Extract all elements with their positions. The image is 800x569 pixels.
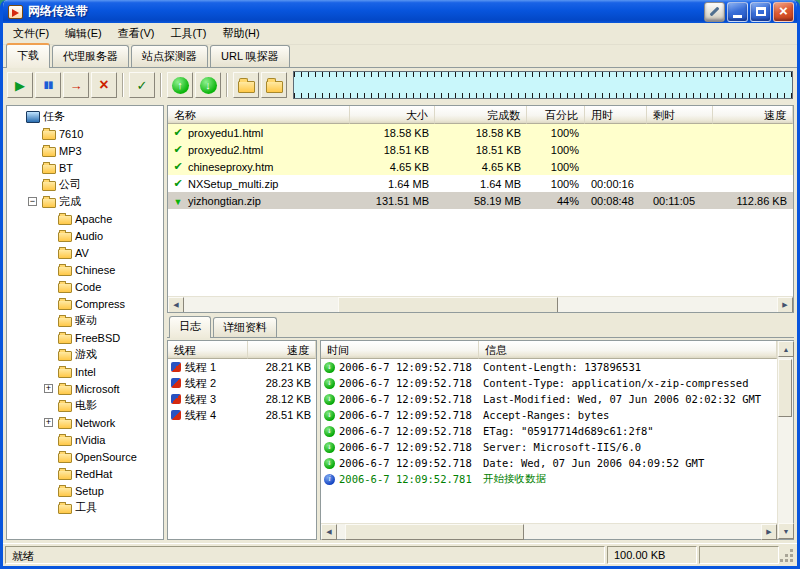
log-row[interactable]: 2006-6-7 12:09:52.718 Last-Modified: Wed…	[321, 391, 777, 407]
scroll-left-button[interactable]: ◀	[321, 524, 337, 540]
thread-row[interactable]: 线程 1 28.21 KB	[168, 359, 316, 375]
move-down-button[interactable]: ↓	[195, 72, 221, 98]
task-row-selected[interactable]: yizhongtian.zip 131.51 MB 58.19 MB 44% 0…	[168, 192, 793, 209]
tree-item[interactable]: Intel	[7, 363, 163, 380]
task-row[interactable]: proxyedu2.html 18.51 KB 18.51 KB 100%	[168, 141, 793, 158]
tree-item[interactable]: Chinese	[7, 261, 163, 278]
move-up-button[interactable]: ↑	[167, 72, 193, 98]
scroll-right-button[interactable]: ▶	[777, 297, 793, 313]
task-row[interactable]: NXSetup_multi.zip 1.64 MB 1.64 MB 100% 0…	[168, 175, 793, 192]
column-header-elapsed[interactable]: 用时	[585, 106, 647, 124]
expand-icon[interactable]	[44, 418, 53, 427]
verify-button[interactable]: ✓	[129, 72, 155, 98]
pause-button[interactable]: ▮▮	[35, 72, 61, 98]
tree-item[interactable]: MP3	[7, 142, 163, 159]
log-row[interactable]: 2006-6-7 12:09:52.781 开始接收数据	[321, 471, 777, 487]
tree-item[interactable]: 电影	[7, 397, 163, 414]
scroll-down-button[interactable]: ▼	[778, 523, 794, 539]
task-list-horizontal-scrollbar[interactable]: ◀ ▶	[168, 296, 793, 312]
tree-item[interactable]: 工具	[7, 499, 163, 516]
menu-help[interactable]: 帮助(H)	[214, 23, 267, 44]
tree-item-label: AV	[75, 247, 89, 259]
tab-details[interactable]: 详细资料	[213, 317, 277, 337]
scroll-track[interactable]	[778, 357, 793, 523]
tree-item[interactable]: Code	[7, 278, 163, 295]
collapse-icon[interactable]	[28, 197, 37, 206]
tree-item[interactable]: 7610	[7, 125, 163, 142]
column-header-name[interactable]: 名称	[168, 106, 350, 124]
column-header-thread[interactable]: 线程	[168, 341, 248, 359]
log-row[interactable]: 2006-6-7 12:09:52.718 Content-Length: 13…	[321, 359, 777, 375]
menu-tools[interactable]: 工具(T)	[162, 23, 214, 44]
titlebar-tool-icon[interactable]	[704, 2, 725, 22]
tree-item[interactable]: BT	[7, 159, 163, 176]
log-horizontal-scrollbar[interactable]: ◀ ▶	[321, 523, 777, 539]
tree-item-completed[interactable]: 完成	[7, 193, 163, 210]
scroll-up-button[interactable]: ▲	[778, 341, 794, 357]
tree-item[interactable]: nVidia	[7, 431, 163, 448]
menu-file[interactable]: 文件(F)	[5, 23, 57, 44]
tree-item[interactable]: FreeBSD	[7, 329, 163, 346]
log-row[interactable]: 2006-6-7 12:09:52.718 Date: Wed, 07 Jun …	[321, 455, 777, 471]
column-header-speed[interactable]: 速度	[713, 106, 793, 124]
thread-row[interactable]: 线程 3 28.12 KB	[168, 391, 316, 407]
scroll-track[interactable]	[184, 297, 777, 312]
new-task-button[interactable]: ▶	[7, 72, 33, 98]
tree-item[interactable]: 游戏	[7, 346, 163, 363]
tree-item[interactable]: RedHat	[7, 465, 163, 482]
scroll-thumb[interactable]	[778, 359, 792, 417]
title-bar[interactable]: 网络传送带	[3, 0, 797, 23]
column-header-percent[interactable]: 百分比	[527, 106, 585, 124]
maximize-button[interactable]	[750, 2, 771, 22]
tree-item[interactable]: Apache	[7, 210, 163, 227]
redownload-button[interactable]: →	[63, 72, 89, 98]
close-button[interactable]	[773, 2, 794, 22]
column-header-completed[interactable]: 完成数	[435, 106, 527, 124]
log-row[interactable]: 2006-6-7 12:09:52.718 Content-Type: appl…	[321, 375, 777, 391]
browse-folder-button[interactable]	[261, 72, 287, 98]
tab-site-explorer[interactable]: 站点探测器	[131, 45, 208, 67]
tab-log[interactable]: 日志	[169, 316, 211, 338]
open-folder-button[interactable]	[233, 72, 259, 98]
status-extra	[699, 546, 779, 564]
column-header-size[interactable]: 大小	[350, 106, 435, 124]
scroll-thumb[interactable]	[345, 524, 523, 540]
menu-view[interactable]: 查看(V)	[110, 23, 163, 44]
scroll-track[interactable]	[337, 524, 761, 539]
minimize-button[interactable]	[727, 2, 748, 22]
log-row[interactable]: 2006-6-7 12:09:52.718 Server: Microsoft-…	[321, 439, 777, 455]
tree-item[interactable]: Setup	[7, 482, 163, 499]
scroll-left-button[interactable]: ◀	[168, 297, 184, 313]
log-vertical-scrollbar[interactable]: ▲ ▼	[777, 341, 793, 539]
log-message: ETag: "05917714d689c61:2f8"	[479, 425, 777, 437]
scroll-right-button[interactable]: ▶	[761, 524, 777, 540]
tree-item[interactable]: Microsoft	[7, 380, 163, 397]
tree-item[interactable]: 驱动	[7, 312, 163, 329]
tree-item[interactable]: Compress	[7, 295, 163, 312]
tree-item[interactable]: AV	[7, 244, 163, 261]
resize-grip[interactable]	[781, 546, 795, 564]
folder-icon	[58, 385, 72, 395]
thread-row[interactable]: 线程 2 28.23 KB	[168, 375, 316, 391]
task-row[interactable]: proxyedu1.html 18.58 KB 18.58 KB 100%	[168, 124, 793, 141]
tab-download[interactable]: 下载	[6, 43, 50, 68]
tree-item[interactable]: Audio	[7, 227, 163, 244]
tab-url-sniffer[interactable]: URL 嗅探器	[210, 45, 290, 67]
tree-item[interactable]: OpenSource	[7, 448, 163, 465]
tab-proxy-server[interactable]: 代理服务器	[52, 45, 129, 67]
column-header-time[interactable]: 时间	[321, 341, 479, 359]
delete-button[interactable]: ×	[91, 72, 117, 98]
tree-item-tasks[interactable]: 任务	[7, 108, 163, 125]
thread-row[interactable]: 线程 4 28.51 KB	[168, 407, 316, 423]
column-header-message[interactable]: 信息	[479, 341, 777, 359]
log-row[interactable]: 2006-6-7 12:09:52.718 Accept-Ranges: byt…	[321, 407, 777, 423]
tree-item[interactable]: Network	[7, 414, 163, 431]
menu-edit[interactable]: 编辑(E)	[57, 23, 110, 44]
tree-item[interactable]: 公司	[7, 176, 163, 193]
column-header-remaining[interactable]: 剩时	[647, 106, 713, 124]
expand-icon[interactable]	[44, 384, 53, 393]
task-row[interactable]: chineseproxy.htm 4.65 KB 4.65 KB 100%	[168, 158, 793, 175]
scroll-thumb[interactable]	[338, 297, 557, 313]
log-row[interactable]: 2006-6-7 12:09:52.718 ETag: "05917714d68…	[321, 423, 777, 439]
column-header-thread-speed[interactable]: 速度	[248, 341, 316, 359]
